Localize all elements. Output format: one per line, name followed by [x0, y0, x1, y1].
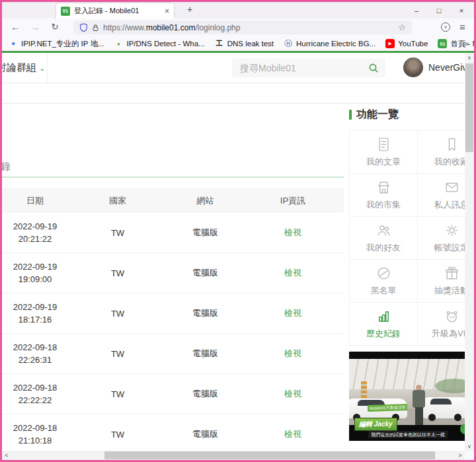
table-row: 2022-09-19 18:17:16 TW 電腦版 檢視: [2, 293, 344, 334]
lock-icon: [92, 24, 99, 32]
hamburger-menu-icon[interactable]: ≡: [459, 21, 465, 32]
date-value: 2022-09-19: [2, 260, 68, 273]
background-greenery: [435, 379, 465, 393]
function-label: 我的好友: [366, 242, 401, 254]
reload-button[interactable]: ↻: [48, 22, 61, 32]
username-label[interactable]: NeverGiveUpH: [428, 62, 465, 73]
date-cell: 2022-09-19 18:17:16: [2, 301, 68, 326]
date-cell: 2022-09-19 20:21:22: [2, 220, 68, 245]
bookmark-item[interactable]: 工 DNS leak test: [215, 39, 274, 48]
sidebar-function[interactable]: 帳號設定: [418, 217, 465, 260]
mail-icon: [444, 179, 460, 196]
mobile01-favicon-icon: 01: [61, 7, 70, 16]
country-cell: TW: [68, 268, 167, 278]
user-avatar[interactable]: [403, 58, 423, 77]
view-link[interactable]: 檢視: [243, 428, 342, 440]
dnsleak-icon: 工: [215, 39, 224, 48]
bookmark-label: DNS leak test: [227, 40, 274, 48]
bookmark-item[interactable]: Ⓗ Hurricane Electric BG...: [284, 39, 376, 48]
sidebar-function[interactable]: 我的好友: [350, 217, 418, 260]
table-row: 2022-09-18 22:26:31 TW 電腦版 檢視: [2, 334, 344, 374]
search-input[interactable]: [239, 62, 354, 74]
scroll-down-arrow[interactable]: ∨: [465, 442, 474, 451]
site-cell: 電腦版: [167, 388, 243, 400]
url-bar[interactable]: https://www.mobile01.com/loginlog.php ☆: [73, 20, 412, 34]
scroll-left-arrow[interactable]: <: [2, 451, 11, 460]
bookmarks-overflow-chevron[interactable]: »: [464, 38, 469, 48]
sidebar-function[interactable]: 我的收藏: [418, 131, 465, 174]
new-tab-button[interactable]: +: [182, 4, 198, 17]
horizontal-scrollbar[interactable]: < >: [2, 451, 465, 460]
shield-icon[interactable]: [79, 23, 88, 32]
page-viewport: 討論群組 ⌄ NeverGiveUpH 登入記錄: [2, 51, 474, 460]
scroll-right-arrow[interactable]: >: [456, 451, 465, 460]
pocket-icon[interactable]: ∨: [441, 22, 450, 32]
bookmark-item[interactable]: ▶ YouTube: [385, 39, 428, 48]
date-value: 2022-09-19: [2, 301, 68, 313]
ipdns-icon: ●: [114, 39, 123, 48]
bookmark-item[interactable]: ✦ IPIP.NET_专业的 IP 地...: [9, 39, 104, 49]
bookmark-label: Hurricane Electric BG...: [296, 40, 376, 48]
tab-close-icon[interactable]: ×: [165, 7, 169, 16]
date-cell: 2022-09-18 22:26:31: [2, 341, 68, 366]
horizontal-scroll-thumb[interactable]: [104, 451, 435, 459]
time-value: 20:21:22: [2, 233, 68, 245]
sidebar-function[interactable]: 我的市集: [350, 174, 418, 217]
bookmark-star-icon[interactable]: ☆: [398, 22, 406, 32]
date-value: 2022-09-18: [2, 341, 68, 354]
search-box[interactable]: [232, 58, 385, 77]
sidebar-function[interactable]: 我的文章: [350, 131, 418, 174]
video-series-badge: Mobile01汽車值日班: [368, 404, 408, 412]
time-value: 22:22:22: [2, 394, 68, 406]
vertical-scrollbar[interactable]: ∧ ∨: [465, 53, 474, 451]
navigation-toolbar: ← → ↻ https://www.mobile01.com/loginlog.…: [2, 19, 474, 36]
view-link[interactable]: 檢視: [243, 388, 342, 400]
scrollbar-corner: [465, 451, 474, 460]
forum-groups-menu[interactable]: 討論群組 ⌄: [2, 61, 45, 74]
video-subtitle: 我們這次的試駕車色跟以往不太一樣: [368, 431, 448, 438]
country-cell: TW: [68, 430, 167, 440]
col-country: 國家: [68, 195, 167, 207]
browser-tab[interactable]: 01 登入記錄 - Mobile01 ×: [56, 3, 174, 19]
sidebar-function[interactable]: 私人訊息: [418, 174, 465, 217]
date-cell: 2022-09-18 22:22:22: [2, 381, 68, 406]
time-value: 18:17:16: [2, 313, 68, 326]
back-button[interactable]: ←: [9, 22, 22, 32]
bookmark-label: 首頁 - Mobile01: [450, 39, 476, 49]
date-value: 2022-09-19: [2, 220, 68, 233]
tab-title: 登入記錄 - Mobile01: [74, 6, 161, 16]
site-cell: 電腦版: [167, 267, 243, 279]
view-link[interactable]: 檢視: [243, 307, 342, 319]
section-accent-bar: [349, 110, 352, 120]
gear-icon: [444, 222, 460, 239]
bookmark-item[interactable]: ● IP/DNS Detect - Wha...: [114, 39, 204, 48]
view-link[interactable]: 檢視: [243, 348, 342, 360]
sidebar-function[interactable]: 歷史紀錄: [350, 303, 418, 346]
main-content: 登入記錄 日期 國家 網站 IP資訊 2022-09-19: [2, 104, 465, 451]
presenter-torso: [413, 390, 425, 408]
sidebar-function[interactable]: 黑名單: [350, 260, 418, 303]
garage-pillar: [361, 381, 367, 399]
minimize-button[interactable]: –: [405, 2, 428, 19]
maximize-button[interactable]: □: [428, 2, 450, 19]
close-button[interactable]: ×: [450, 2, 473, 19]
tab-login-log[interactable]: 登入記錄: [2, 161, 11, 173]
vip-icon: [444, 308, 460, 325]
functions-grid: 我的文章 我的收藏 我的市集 私人訊息 我的好友: [349, 130, 465, 346]
view-link[interactable]: 檢視: [243, 227, 342, 239]
header-divider: [47, 53, 48, 83]
function-label: 我的收藏: [434, 156, 465, 168]
friends-icon: [376, 222, 392, 239]
search-icon[interactable]: [368, 63, 379, 73]
video-frame: Mobile01汽車值日班 編輯 Jacky 我們這次的試駕車色跟以往不太一樣: [349, 359, 465, 425]
scroll-up-arrow[interactable]: ∧: [465, 53, 474, 62]
view-link[interactable]: 檢視: [243, 267, 342, 279]
bookmark-item[interactable]: 01 首頁 - Mobile01: [438, 39, 476, 49]
sidebar-function[interactable]: 抽獎活動: [418, 260, 465, 303]
site-header: 討論群組 ⌄ NeverGiveUpH: [2, 53, 465, 83]
sidebar-function[interactable]: 升級為VIP: [418, 303, 465, 346]
vertical-scroll-thumb[interactable]: [465, 63, 473, 152]
country-cell: TW: [68, 349, 167, 359]
forward-button[interactable]: →: [28, 22, 42, 32]
video-ad[interactable]: Mobile01汽車值日班 編輯 Jacky 我們這次的試駕車色跟以往不太一樣: [349, 352, 465, 441]
